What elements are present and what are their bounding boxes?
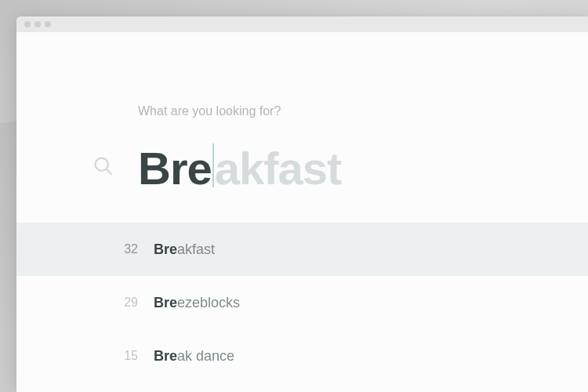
svg-line-1 bbox=[107, 169, 112, 174]
window-control-zoom[interactable] bbox=[45, 21, 51, 27]
search-icon bbox=[93, 155, 114, 177]
search-row[interactable]: Breakfast bbox=[93, 140, 588, 191]
search-prompt: What are you looking for? bbox=[138, 104, 588, 118]
result-item[interactable]: 29 Breezeblocks bbox=[16, 276, 588, 329]
result-item[interactable]: 15 Break dance bbox=[16, 329, 588, 383]
result-label: Breakfast bbox=[154, 241, 215, 258]
result-label: Breezeblocks bbox=[154, 295, 240, 311]
text-cursor bbox=[212, 143, 214, 187]
results-list: 32 Breakfast 29 Breezeblocks 15 Break da… bbox=[16, 223, 588, 383]
window-control-close[interactable] bbox=[24, 21, 31, 27]
svg-point-0 bbox=[96, 158, 108, 170]
result-label: Break dance bbox=[154, 348, 234, 365]
window-control-minimize[interactable] bbox=[34, 21, 41, 27]
search-ghost-text: akfast bbox=[215, 146, 342, 191]
window-titlebar bbox=[16, 16, 588, 32]
result-item[interactable]: 32 Breakfast bbox=[16, 223, 588, 276]
result-count: 29 bbox=[93, 296, 138, 310]
search-window: What are you looking for? Breakfast 32 B… bbox=[16, 16, 588, 392]
result-count: 15 bbox=[93, 349, 138, 363]
result-count: 32 bbox=[93, 242, 138, 256]
search-typed-text: Bre bbox=[138, 146, 212, 191]
search-input[interactable]: Breakfast bbox=[138, 140, 341, 191]
